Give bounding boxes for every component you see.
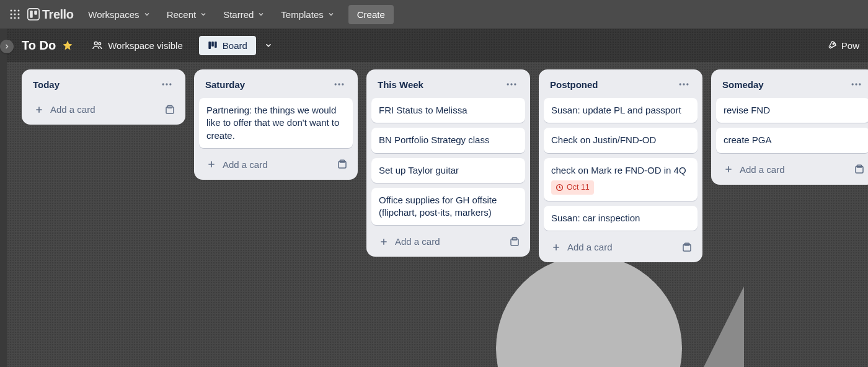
card-template-button[interactable] [162,102,178,118]
svg-point-8 [18,17,20,19]
svg-rect-9 [28,9,39,20]
plus-icon [34,105,44,115]
nav-workspaces-label: Workspaces [88,9,139,20]
add-card-button[interactable]: Add a card [202,156,334,174]
list-title[interactable]: Postponed [550,79,598,90]
chevron-down-icon [143,11,151,18]
svg-point-17 [833,43,834,45]
add-card-button[interactable]: Add a card [374,232,507,250]
list-title[interactable]: Today [33,79,60,90]
svg-rect-16 [215,42,217,48]
ellipsis-icon [333,78,345,91]
list: Somedayrevise FNDcreate PGAAdd a card [711,69,868,185]
card[interactable]: Set up Taylor guitar [371,158,525,183]
plus-icon [379,237,389,247]
card[interactable]: create PGA [716,128,868,153]
card[interactable]: Partnering: the things we would like to … [199,98,353,148]
list-title[interactable]: Saturday [205,79,245,90]
list-menu-button[interactable] [158,77,175,92]
card[interactable]: Check on Justin/FND-OD [544,128,698,153]
nav-starred[interactable]: Starred [216,6,272,24]
chevron-down-icon [200,11,207,18]
ellipsis-icon [678,78,690,91]
trello-logo[interactable]: Trello [27,7,73,22]
star-board-button[interactable] [62,40,73,51]
due-date-badge[interactable]: Oct 11 [551,180,594,195]
card-template-button[interactable] [507,234,523,250]
board-view-chevron[interactable] [259,35,278,56]
apps-switcher-icon[interactable] [5,4,25,24]
svg-point-23 [335,83,337,85]
power-ups-label: Pow [841,40,859,51]
list-menu-button[interactable] [503,77,520,92]
svg-point-0 [11,10,12,12]
nav-templates[interactable]: Templates [273,6,342,24]
list: SaturdayPartnering: the things we would … [194,69,358,180]
card-text: Check on Justin/FND-OD [551,134,690,146]
svg-point-25 [342,83,343,85]
nav-workspaces[interactable]: Workspaces [81,6,157,24]
card-template-button[interactable] [851,161,867,177]
card-text: Partnering: the things we would like to … [206,104,345,142]
card[interactable]: FRI Status to Melissa [371,98,525,123]
list-title[interactable]: Someday [722,79,764,90]
add-card-button[interactable]: Add a card [719,161,851,179]
list-menu-button[interactable] [848,77,865,92]
card[interactable]: check on Mark re FND-OD in 4QOct 11 [544,158,698,201]
list: TodayAdd a card [22,69,185,125]
add-card-label: Add a card [395,236,440,247]
svg-rect-15 [211,42,214,46]
svg-point-5 [18,14,20,15]
board-canvas[interactable]: TodayAdd a cardSaturdayPartnering: the t… [7,62,868,270]
svg-point-13 [99,43,101,45]
card[interactable]: Susan: car inspection [544,206,698,231]
nav-recent-label: Recent [167,9,197,20]
card[interactable]: revise FND [716,98,868,123]
svg-point-39 [852,83,854,85]
card-template-button[interactable] [334,156,350,172]
brand-label: Trello [42,7,73,22]
card[interactable]: BN Portfolio Strategy class [371,128,525,153]
people-icon [92,40,103,51]
card-text: check on Mark re FND-OD in 4Q [551,164,690,177]
power-ups-button[interactable]: Pow [826,40,859,51]
sidebar-expand-button[interactable] [0,40,14,53]
due-date-text: Oct 11 [567,182,590,193]
nav-recent[interactable]: Recent [159,6,215,24]
svg-point-20 [169,83,171,85]
board-title[interactable]: To Do [22,38,56,53]
card[interactable]: Office supplies for GH offsite (flipchar… [371,188,525,226]
card-template-button[interactable] [679,239,695,255]
list-footer: Add a card [199,153,353,175]
board-view-button[interactable]: Board [199,36,256,55]
add-card-label: Add a card [50,104,95,115]
add-card-button[interactable]: Add a card [546,238,679,256]
add-card-button[interactable]: Add a card [29,100,162,118]
card-text: Susan: car inspection [551,212,690,224]
svg-point-6 [11,17,12,19]
svg-point-29 [510,83,512,85]
ellipsis-icon [850,78,862,91]
list-menu-button[interactable] [675,77,693,92]
list-title[interactable]: This Week [378,79,423,90]
add-card-label: Add a card [223,159,268,170]
list: PostponedSusan: update PL and passportCh… [539,69,702,262]
template-icon [681,242,693,253]
card[interactable]: Susan: update PL and passport [544,98,698,123]
card-text: Office supplies for GH offsite (flipchar… [379,194,518,219]
board-view-switcher: Board [199,35,278,56]
template-icon [337,159,348,170]
add-card-label: Add a card [740,164,785,175]
plus-icon [551,242,561,252]
top-navbar: Trello Workspaces Recent Starred Templat… [0,0,868,29]
list-header: Someday [716,76,868,93]
list-menu-button[interactable] [330,77,348,92]
svg-point-30 [514,83,516,85]
svg-point-41 [859,83,861,85]
create-button[interactable]: Create [348,5,394,24]
workspace-visibility-button[interactable]: Workspace visible [86,36,189,55]
list-footer: Add a card [371,230,525,252]
rocket-icon [826,40,838,51]
svg-point-33 [680,83,681,85]
template-icon [854,164,865,175]
